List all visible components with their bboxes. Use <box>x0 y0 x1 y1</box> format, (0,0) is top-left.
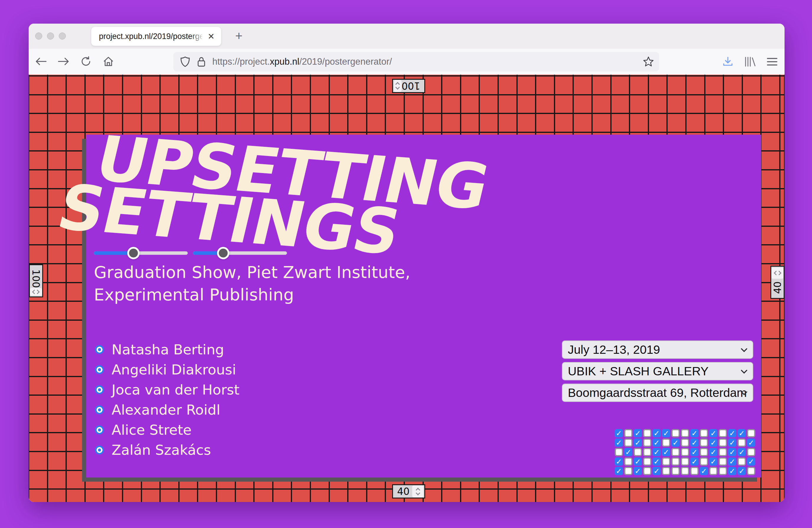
close-window-button[interactable] <box>35 32 42 40</box>
checkbox-checked[interactable]: ✓ <box>662 448 670 456</box>
checkbox-unchecked[interactable] <box>747 448 755 456</box>
address-bar[interactable]: https://project.xpub.nl/2019/postergener… <box>173 52 659 71</box>
checkbox-unchecked[interactable] <box>719 457 727 466</box>
checkbox-checked[interactable]: ✓ <box>615 429 623 437</box>
slider-1-thumb[interactable] <box>127 247 140 259</box>
checkbox-checked[interactable]: ✓ <box>709 448 717 456</box>
name-list-item[interactable]: Zalán Szakács <box>95 442 240 458</box>
checkbox-checked[interactable]: ✓ <box>615 439 623 447</box>
checkbox-unchecked[interactable] <box>719 448 727 456</box>
checkbox-checked[interactable]: ✓ <box>653 439 661 447</box>
checkbox-unchecked[interactable] <box>624 439 633 447</box>
margin-bottom-value[interactable]: 40 <box>393 486 412 497</box>
stepper-arrows-icon[interactable] <box>412 485 423 497</box>
slider-2[interactable] <box>193 247 287 259</box>
checkbox-checked[interactable]: ✓ <box>653 457 661 466</box>
checkbox-checked[interactable]: ✓ <box>634 457 642 466</box>
checkbox-unchecked[interactable] <box>662 467 670 475</box>
browser-tab[interactable]: project.xpub.nl/2019/postergenerator/ ✕ <box>91 27 221 46</box>
margin-input-bottom[interactable]: 40 <box>392 484 425 498</box>
slider-1[interactable] <box>94 247 188 259</box>
lock-icon[interactable] <box>197 56 206 67</box>
tab-close-icon[interactable]: ✕ <box>206 31 216 42</box>
checkbox-unchecked[interactable] <box>624 457 633 466</box>
checkbox-unchecked[interactable] <box>738 457 746 466</box>
margin-left-value[interactable]: 100 <box>30 265 42 288</box>
menu-button[interactable] <box>764 53 780 71</box>
checkbox-checked[interactable]: ✓ <box>728 457 736 466</box>
checkbox-checked[interactable]: ✓ <box>671 439 680 447</box>
margin-input-top[interactable]: 100 <box>392 79 425 93</box>
stepper-arrows-icon[interactable] <box>771 268 783 279</box>
new-tab-button[interactable]: + <box>232 29 246 43</box>
checkbox-checked[interactable]: ✓ <box>709 429 717 437</box>
back-button[interactable] <box>33 52 49 71</box>
checkbox-unchecked[interactable] <box>681 448 689 456</box>
radio-bullet-icon[interactable] <box>95 345 104 354</box>
checkbox-unchecked[interactable] <box>671 429 680 437</box>
checkbox-unchecked[interactable] <box>681 439 689 447</box>
checkbox-checked[interactable]: ✓ <box>634 439 642 447</box>
checkbox-unchecked[interactable] <box>719 429 727 437</box>
venue-select[interactable]: UBIK + SLASH GALLERY <box>562 362 753 380</box>
checkbox-unchecked[interactable] <box>690 467 699 475</box>
name-list-item[interactable]: Joca van der Horst <box>95 382 240 398</box>
checkbox-unchecked[interactable] <box>681 467 689 475</box>
checkbox-checked[interactable]: ✓ <box>728 448 736 456</box>
checkbox-checked[interactable]: ✓ <box>709 457 717 466</box>
checkbox-checked[interactable]: ✓ <box>690 457 699 466</box>
checkbox-checked[interactable]: ✓ <box>747 439 755 447</box>
checkbox-unchecked[interactable] <box>624 429 633 437</box>
checkbox-checked[interactable]: ✓ <box>615 467 623 475</box>
reload-button[interactable] <box>78 52 94 71</box>
checkbox-unchecked[interactable] <box>681 429 689 437</box>
home-button[interactable] <box>100 52 117 71</box>
margin-top-value[interactable]: 100 <box>402 80 424 92</box>
checkbox-unchecked[interactable] <box>719 439 727 447</box>
checkbox-unchecked[interactable] <box>615 448 623 456</box>
checkbox-checked[interactable]: ✓ <box>738 429 746 437</box>
bookmark-star-icon[interactable] <box>642 56 654 69</box>
checkbox-checked[interactable]: ✓ <box>615 457 623 466</box>
checkbox-unchecked[interactable] <box>700 448 708 456</box>
checkbox-checked[interactable]: ✓ <box>624 448 633 456</box>
date-select[interactable]: July 12–13, 2019 <box>562 341 753 359</box>
checkbox-checked[interactable]: ✓ <box>690 448 699 456</box>
name-list-item[interactable]: Alice Strete <box>95 422 240 438</box>
checkbox-checked[interactable]: ✓ <box>634 467 642 475</box>
name-list-item[interactable]: Angeliki Diakrousi <box>95 361 240 378</box>
checkbox-unchecked[interactable] <box>643 429 651 437</box>
slider-2-thumb[interactable] <box>217 247 229 259</box>
zoom-window-button[interactable] <box>59 32 66 40</box>
radio-bullet-icon[interactable] <box>95 405 104 414</box>
checkbox-unchecked[interactable] <box>681 457 689 466</box>
checkbox-checked[interactable]: ✓ <box>662 429 670 437</box>
address-select[interactable]: Boomgaardsstraat 69, Rotterdam <box>562 384 753 402</box>
radio-bullet-icon[interactable] <box>95 446 104 455</box>
checkbox-unchecked[interactable] <box>671 457 680 466</box>
checkbox-unchecked[interactable] <box>643 448 651 456</box>
checkbox-unchecked[interactable] <box>634 448 642 456</box>
checkbox-unchecked[interactable] <box>671 448 680 456</box>
checkbox-unchecked[interactable] <box>719 467 727 475</box>
forward-button[interactable] <box>55 52 72 71</box>
radio-bullet-icon[interactable] <box>95 426 104 434</box>
stepper-arrows-icon[interactable] <box>30 288 42 296</box>
checkbox-unchecked[interactable] <box>643 439 651 447</box>
radio-bullet-icon[interactable] <box>95 385 104 394</box>
margin-input-left[interactable]: 100 <box>29 264 43 297</box>
checkbox-checked[interactable]: ✓ <box>738 448 746 456</box>
checkbox-checked[interactable]: ✓ <box>690 439 699 447</box>
shield-icon[interactable] <box>180 56 190 67</box>
checkbox-checked[interactable]: ✓ <box>728 429 736 437</box>
checkbox-checked[interactable]: ✓ <box>690 429 699 437</box>
checkbox-unchecked[interactable] <box>700 429 708 437</box>
checkbox-checked[interactable]: ✓ <box>747 457 755 466</box>
checkbox-unchecked[interactable] <box>671 467 680 475</box>
checkbox-unchecked[interactable] <box>662 439 670 447</box>
checkbox-unchecked[interactable] <box>747 429 755 437</box>
name-list-item[interactable]: Natasha Berting <box>95 341 240 358</box>
margin-right-value[interactable]: 40 <box>772 279 783 298</box>
checkbox-checked[interactable]: ✓ <box>728 439 736 447</box>
checkbox-checked[interactable]: ✓ <box>634 429 642 437</box>
